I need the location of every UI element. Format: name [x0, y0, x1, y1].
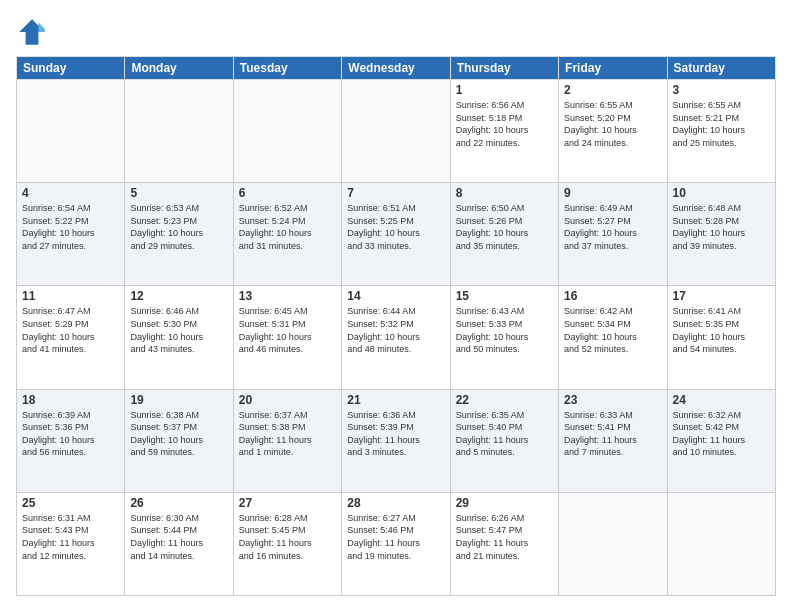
calendar-cell: 3Sunrise: 6:55 AM Sunset: 5:21 PM Daylig…	[667, 80, 775, 183]
day-number: 14	[347, 289, 444, 303]
svg-marker-1	[38, 22, 44, 32]
calendar-cell: 27Sunrise: 6:28 AM Sunset: 5:45 PM Dayli…	[233, 492, 341, 595]
day-number: 20	[239, 393, 336, 407]
day-info: Sunrise: 6:56 AM Sunset: 5:18 PM Dayligh…	[456, 99, 553, 149]
day-number: 4	[22, 186, 119, 200]
day-number: 23	[564, 393, 661, 407]
calendar-cell: 5Sunrise: 6:53 AM Sunset: 5:23 PM Daylig…	[125, 183, 233, 286]
calendar-cell: 29Sunrise: 6:26 AM Sunset: 5:47 PM Dayli…	[450, 492, 558, 595]
day-info: Sunrise: 6:42 AM Sunset: 5:34 PM Dayligh…	[564, 305, 661, 355]
calendar-cell: 18Sunrise: 6:39 AM Sunset: 5:36 PM Dayli…	[17, 389, 125, 492]
calendar-cell	[342, 80, 450, 183]
day-number: 6	[239, 186, 336, 200]
day-info: Sunrise: 6:36 AM Sunset: 5:39 PM Dayligh…	[347, 409, 444, 459]
day-info: Sunrise: 6:50 AM Sunset: 5:26 PM Dayligh…	[456, 202, 553, 252]
weekday-header-thursday: Thursday	[450, 57, 558, 80]
day-info: Sunrise: 6:55 AM Sunset: 5:20 PM Dayligh…	[564, 99, 661, 149]
calendar-cell: 14Sunrise: 6:44 AM Sunset: 5:32 PM Dayli…	[342, 286, 450, 389]
calendar-header: SundayMondayTuesdayWednesdayThursdayFrid…	[17, 57, 776, 80]
day-number: 13	[239, 289, 336, 303]
weekday-header-wednesday: Wednesday	[342, 57, 450, 80]
calendar-cell: 21Sunrise: 6:36 AM Sunset: 5:39 PM Dayli…	[342, 389, 450, 492]
calendar-body: 1Sunrise: 6:56 AM Sunset: 5:18 PM Daylig…	[17, 80, 776, 596]
header	[16, 16, 776, 48]
day-number: 29	[456, 496, 553, 510]
day-number: 28	[347, 496, 444, 510]
day-info: Sunrise: 6:28 AM Sunset: 5:45 PM Dayligh…	[239, 512, 336, 562]
day-number: 26	[130, 496, 227, 510]
weekday-row: SundayMondayTuesdayWednesdayThursdayFrid…	[17, 57, 776, 80]
day-number: 22	[456, 393, 553, 407]
weekday-header-friday: Friday	[559, 57, 667, 80]
day-info: Sunrise: 6:55 AM Sunset: 5:21 PM Dayligh…	[673, 99, 770, 149]
day-info: Sunrise: 6:44 AM Sunset: 5:32 PM Dayligh…	[347, 305, 444, 355]
day-info: Sunrise: 6:33 AM Sunset: 5:41 PM Dayligh…	[564, 409, 661, 459]
day-number: 10	[673, 186, 770, 200]
day-number: 24	[673, 393, 770, 407]
day-info: Sunrise: 6:27 AM Sunset: 5:46 PM Dayligh…	[347, 512, 444, 562]
day-number: 18	[22, 393, 119, 407]
calendar-cell: 17Sunrise: 6:41 AM Sunset: 5:35 PM Dayli…	[667, 286, 775, 389]
calendar-cell: 7Sunrise: 6:51 AM Sunset: 5:25 PM Daylig…	[342, 183, 450, 286]
calendar-cell: 12Sunrise: 6:46 AM Sunset: 5:30 PM Dayli…	[125, 286, 233, 389]
calendar-cell	[17, 80, 125, 183]
calendar-cell: 20Sunrise: 6:37 AM Sunset: 5:38 PM Dayli…	[233, 389, 341, 492]
day-number: 2	[564, 83, 661, 97]
calendar-cell: 10Sunrise: 6:48 AM Sunset: 5:28 PM Dayli…	[667, 183, 775, 286]
day-number: 3	[673, 83, 770, 97]
calendar-cell: 23Sunrise: 6:33 AM Sunset: 5:41 PM Dayli…	[559, 389, 667, 492]
calendar-cell	[667, 492, 775, 595]
calendar-cell	[559, 492, 667, 595]
day-info: Sunrise: 6:41 AM Sunset: 5:35 PM Dayligh…	[673, 305, 770, 355]
calendar-table: SundayMondayTuesdayWednesdayThursdayFrid…	[16, 56, 776, 596]
day-info: Sunrise: 6:51 AM Sunset: 5:25 PM Dayligh…	[347, 202, 444, 252]
day-number: 12	[130, 289, 227, 303]
day-info: Sunrise: 6:54 AM Sunset: 5:22 PM Dayligh…	[22, 202, 119, 252]
day-info: Sunrise: 6:49 AM Sunset: 5:27 PM Dayligh…	[564, 202, 661, 252]
calendar-week-row: 11Sunrise: 6:47 AM Sunset: 5:29 PM Dayli…	[17, 286, 776, 389]
day-number: 25	[22, 496, 119, 510]
day-info: Sunrise: 6:52 AM Sunset: 5:24 PM Dayligh…	[239, 202, 336, 252]
calendar-cell: 25Sunrise: 6:31 AM Sunset: 5:43 PM Dayli…	[17, 492, 125, 595]
calendar-cell: 22Sunrise: 6:35 AM Sunset: 5:40 PM Dayli…	[450, 389, 558, 492]
calendar-cell: 11Sunrise: 6:47 AM Sunset: 5:29 PM Dayli…	[17, 286, 125, 389]
calendar-cell: 2Sunrise: 6:55 AM Sunset: 5:20 PM Daylig…	[559, 80, 667, 183]
day-number: 21	[347, 393, 444, 407]
day-info: Sunrise: 6:53 AM Sunset: 5:23 PM Dayligh…	[130, 202, 227, 252]
calendar-cell	[125, 80, 233, 183]
day-info: Sunrise: 6:39 AM Sunset: 5:36 PM Dayligh…	[22, 409, 119, 459]
day-info: Sunrise: 6:45 AM Sunset: 5:31 PM Dayligh…	[239, 305, 336, 355]
logo-icon	[16, 16, 48, 48]
calendar-cell: 19Sunrise: 6:38 AM Sunset: 5:37 PM Dayli…	[125, 389, 233, 492]
calendar-cell: 4Sunrise: 6:54 AM Sunset: 5:22 PM Daylig…	[17, 183, 125, 286]
day-info: Sunrise: 6:48 AM Sunset: 5:28 PM Dayligh…	[673, 202, 770, 252]
day-number: 27	[239, 496, 336, 510]
calendar-week-row: 1Sunrise: 6:56 AM Sunset: 5:18 PM Daylig…	[17, 80, 776, 183]
day-number: 8	[456, 186, 553, 200]
day-info: Sunrise: 6:26 AM Sunset: 5:47 PM Dayligh…	[456, 512, 553, 562]
day-info: Sunrise: 6:31 AM Sunset: 5:43 PM Dayligh…	[22, 512, 119, 562]
logo	[16, 16, 52, 48]
calendar-cell: 6Sunrise: 6:52 AM Sunset: 5:24 PM Daylig…	[233, 183, 341, 286]
day-number: 17	[673, 289, 770, 303]
day-number: 1	[456, 83, 553, 97]
day-info: Sunrise: 6:37 AM Sunset: 5:38 PM Dayligh…	[239, 409, 336, 459]
day-number: 7	[347, 186, 444, 200]
calendar-cell: 26Sunrise: 6:30 AM Sunset: 5:44 PM Dayli…	[125, 492, 233, 595]
weekday-header-sunday: Sunday	[17, 57, 125, 80]
day-number: 9	[564, 186, 661, 200]
day-info: Sunrise: 6:47 AM Sunset: 5:29 PM Dayligh…	[22, 305, 119, 355]
calendar-cell: 16Sunrise: 6:42 AM Sunset: 5:34 PM Dayli…	[559, 286, 667, 389]
calendar-week-row: 18Sunrise: 6:39 AM Sunset: 5:36 PM Dayli…	[17, 389, 776, 492]
calendar-cell: 28Sunrise: 6:27 AM Sunset: 5:46 PM Dayli…	[342, 492, 450, 595]
day-info: Sunrise: 6:30 AM Sunset: 5:44 PM Dayligh…	[130, 512, 227, 562]
day-number: 15	[456, 289, 553, 303]
calendar-cell: 24Sunrise: 6:32 AM Sunset: 5:42 PM Dayli…	[667, 389, 775, 492]
calendar-week-row: 25Sunrise: 6:31 AM Sunset: 5:43 PM Dayli…	[17, 492, 776, 595]
day-info: Sunrise: 6:35 AM Sunset: 5:40 PM Dayligh…	[456, 409, 553, 459]
calendar-week-row: 4Sunrise: 6:54 AM Sunset: 5:22 PM Daylig…	[17, 183, 776, 286]
day-number: 16	[564, 289, 661, 303]
calendar-cell: 1Sunrise: 6:56 AM Sunset: 5:18 PM Daylig…	[450, 80, 558, 183]
day-number: 11	[22, 289, 119, 303]
day-number: 19	[130, 393, 227, 407]
